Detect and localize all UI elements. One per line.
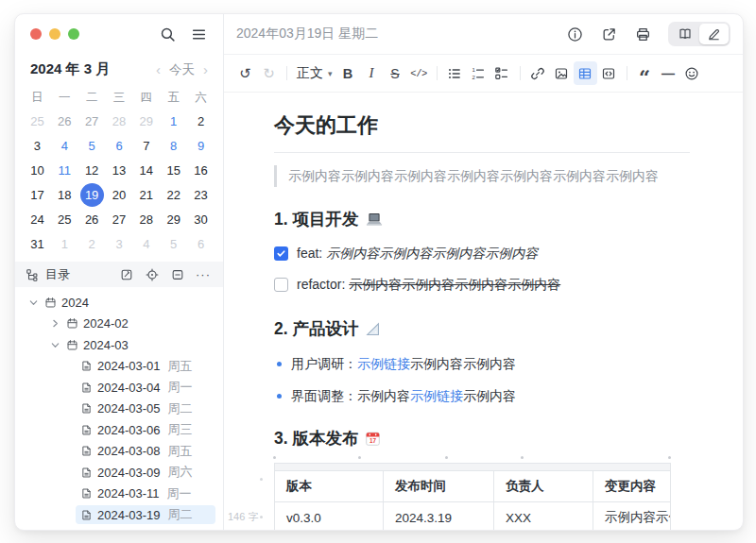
calendar-day[interactable]: 22 bbox=[160, 182, 187, 207]
calendar-day[interactable]: 9 bbox=[187, 133, 215, 158]
collapse-all-icon[interactable] bbox=[169, 266, 186, 283]
calendar-day[interactable]: 24 bbox=[24, 207, 51, 231]
search-icon[interactable] bbox=[156, 23, 179, 45]
info-icon[interactable] bbox=[563, 23, 586, 45]
calendar-day[interactable]: 11 bbox=[51, 158, 78, 182]
calendar-day[interactable]: 8 bbox=[160, 133, 187, 158]
table-column-handle[interactable] bbox=[445, 456, 448, 459]
tree-item-folder[interactable]: 2024 bbox=[15, 292, 223, 314]
quote-button[interactable]: “ bbox=[633, 58, 657, 90]
calendar-day[interactable]: 6 bbox=[106, 133, 133, 158]
table-cell[interactable]: 2024.3.19 bbox=[384, 502, 494, 531]
chevron-down-icon[interactable] bbox=[27, 297, 40, 308]
table-column-handle[interactable] bbox=[358, 456, 361, 459]
code-block-button[interactable] bbox=[597, 61, 621, 85]
sample-link[interactable]: 示例链接 bbox=[410, 388, 463, 403]
table-column-handle[interactable] bbox=[668, 456, 671, 459]
zoom-window-button[interactable] bbox=[68, 28, 79, 40]
close-window-button[interactable] bbox=[30, 28, 42, 40]
calendar-day[interactable]: 28 bbox=[132, 207, 160, 231]
calendar-next-button[interactable]: › bbox=[203, 62, 208, 76]
tree-item-folder[interactable]: 2024-03 bbox=[15, 334, 223, 356]
calendar-day[interactable]: 7 bbox=[132, 133, 160, 158]
tree-item-note[interactable]: 2024-03-01 周五 bbox=[15, 356, 223, 378]
edit-mode-button[interactable] bbox=[699, 24, 729, 44]
table-header-cell[interactable]: 版本 bbox=[275, 471, 384, 502]
calendar-day[interactable]: 20 bbox=[106, 182, 133, 207]
calendar-day[interactable]: 5 bbox=[78, 133, 106, 158]
tree-item-note[interactable]: 2024-03-09 周六 bbox=[15, 462, 223, 484]
share-icon[interactable] bbox=[597, 23, 620, 45]
table-column-handle[interactable] bbox=[273, 456, 276, 459]
checkbox-checked[interactable] bbox=[274, 246, 288, 261]
paragraph-style-dropdown[interactable]: 正文 ▾ bbox=[293, 65, 336, 82]
calendar-day[interactable]: 29 bbox=[132, 109, 160, 133]
italic-button[interactable]: I bbox=[360, 61, 384, 85]
calendar-day[interactable]: 6 bbox=[187, 231, 215, 256]
calendar-day[interactable]: 21 bbox=[132, 182, 160, 207]
tree-item-note[interactable]: 2024-03-06 周三 bbox=[15, 419, 223, 441]
calendar-day[interactable]: 25 bbox=[24, 109, 51, 133]
calendar-day[interactable]: 2 bbox=[187, 109, 215, 133]
calendar-day[interactable]: 28 bbox=[106, 109, 133, 133]
calendar-day[interactable]: 3 bbox=[106, 231, 133, 256]
tree-item-folder[interactable]: 2024-02 bbox=[15, 314, 223, 335]
new-note-icon[interactable] bbox=[118, 266, 135, 283]
calendar-day[interactable]: 4 bbox=[51, 133, 78, 158]
calendar-day[interactable]: 2 bbox=[78, 231, 106, 256]
calendar-day[interactable]: 27 bbox=[78, 109, 106, 133]
table-header-cell[interactable]: 变更内容 bbox=[593, 471, 671, 502]
calendar-today-button[interactable]: 今天 bbox=[169, 61, 195, 78]
table-header-cell[interactable]: 发布时间 bbox=[384, 471, 494, 502]
table-row-handle[interactable] bbox=[260, 516, 263, 518]
tree-item-note[interactable]: 2024-03-04 周一 bbox=[15, 377, 223, 399]
numbered-list-button[interactable]: 12 bbox=[467, 61, 490, 85]
divider-button[interactable]: — bbox=[657, 61, 680, 85]
calendar-day[interactable]: 25 bbox=[51, 207, 78, 231]
table-cell[interactable]: XXX bbox=[494, 502, 593, 531]
calendar-day[interactable]: 1 bbox=[160, 109, 187, 133]
table-header-cell[interactable]: 负责人 bbox=[494, 471, 593, 502]
print-icon[interactable] bbox=[631, 23, 654, 45]
calendar-day[interactable]: 5 bbox=[160, 231, 187, 256]
chevron-down-icon[interactable] bbox=[49, 340, 61, 350]
table-handle-strip[interactable] bbox=[274, 463, 671, 470]
strikethrough-button[interactable]: S bbox=[384, 61, 407, 85]
minimize-window-button[interactable] bbox=[49, 28, 60, 40]
tree-item-note[interactable]: 2024-03-11 周一 bbox=[15, 484, 223, 505]
checkbox-unchecked[interactable] bbox=[274, 278, 288, 292]
calendar-day[interactable]: 17 bbox=[24, 182, 51, 207]
link-button[interactable] bbox=[526, 61, 550, 85]
emoji-button[interactable] bbox=[680, 61, 704, 85]
task-list-button[interactable] bbox=[490, 61, 514, 85]
calendar-day[interactable]: 29 bbox=[160, 207, 187, 231]
table-cell[interactable]: 示例内容示例内容示例内容 bbox=[593, 502, 671, 531]
locate-current-icon[interactable] bbox=[144, 266, 161, 283]
calendar-day[interactable]: 18 bbox=[51, 182, 78, 207]
calendar-day[interactable]: 10 bbox=[24, 158, 51, 182]
calendar-day[interactable]: 12 bbox=[78, 158, 106, 182]
calendar-day[interactable]: 16 bbox=[187, 158, 215, 182]
more-options-icon[interactable]: ··· bbox=[195, 266, 212, 283]
calendar-day-selected[interactable]: 19 bbox=[80, 183, 104, 207]
calendar-day[interactable]: 26 bbox=[51, 109, 78, 133]
calendar-day[interactable]: 1 bbox=[51, 231, 78, 256]
release-table[interactable]: 版本 发布时间 负责人 变更内容 v0.3.0 2024.3.19 XXX 示例… bbox=[274, 463, 671, 530]
calendar-day[interactable]: 14 bbox=[132, 158, 160, 182]
table-button[interactable] bbox=[574, 61, 597, 85]
calendar-day[interactable]: 26 bbox=[78, 207, 106, 231]
bold-button[interactable]: B bbox=[336, 61, 360, 85]
calendar-day[interactable]: 15 bbox=[160, 158, 187, 182]
bullet-list-button[interactable] bbox=[443, 61, 467, 85]
calendar-day[interactable]: 30 bbox=[187, 207, 215, 231]
undo-button[interactable]: ↺ bbox=[233, 61, 257, 85]
image-button[interactable] bbox=[550, 61, 574, 85]
inline-code-button[interactable]: </> bbox=[407, 61, 431, 85]
editor-content[interactable]: 今天的工作 示例内容示例内容示例内容示例内容示例内容示例内容示例内容 1. 项目… bbox=[224, 93, 743, 530]
calendar-day[interactable]: 4 bbox=[132, 231, 160, 256]
calendar-day[interactable]: 27 bbox=[106, 207, 133, 231]
sample-link[interactable]: 示例链接 bbox=[357, 356, 410, 371]
calendar-day[interactable]: 23 bbox=[187, 182, 215, 207]
redo-button[interactable]: ↻ bbox=[257, 61, 281, 85]
tree-item-note-selected[interactable]: 2024-03-19 周二 bbox=[15, 504, 223, 526]
